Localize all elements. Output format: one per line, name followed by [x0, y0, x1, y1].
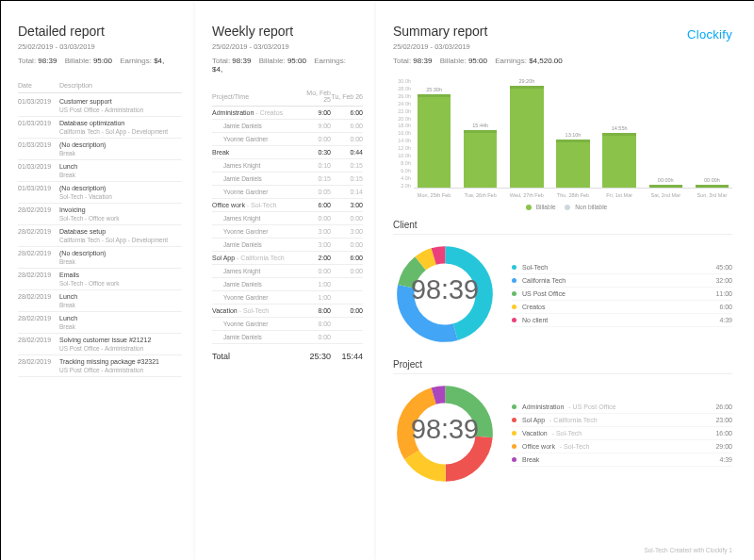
x-tick: Fri, 1st Mar: [599, 192, 640, 198]
weekly-person-name: Jamie Daniels: [212, 175, 299, 182]
detailed-row-primary: Emails: [59, 272, 182, 278]
client-title: Client: [393, 220, 732, 235]
legend-dot-icon: [512, 291, 516, 296]
detailed-head-date: Date: [18, 82, 59, 89]
detailed-row: 28/02/2019 Invoicing Sol-Tech - Office w…: [18, 204, 182, 225]
legend-dot-icon: [512, 265, 516, 270]
weekly-person-d2: 0:00: [331, 268, 363, 274]
weekly-person-d1: 3:00: [299, 241, 331, 248]
weekly-person-name: James Knight: [212, 268, 299, 274]
detailed-total-val: 98:39: [38, 57, 57, 65]
bar: [602, 133, 635, 188]
detailed-row-date: 01/03/2019: [18, 98, 59, 113]
weekly-totals: Total: 98:39 Billable: 95:00 Earnings: $…: [212, 57, 363, 74]
project-section: Project 98:39 Administration - US Post O…: [393, 359, 732, 486]
weekly-person-name: Yvonne Gardner: [212, 228, 299, 235]
weekly-group-name: Office work - Sol-Tech: [212, 202, 299, 208]
weekly-group-name: Break: [212, 149, 299, 156]
legend-dot-icon: [512, 318, 516, 322]
bar: [418, 94, 451, 187]
legend-item: Sol App - California Tech 23:00: [512, 414, 732, 427]
weekly-person-d1: 8:00: [299, 321, 331, 327]
weekly-total-lbl: Total:: [212, 57, 230, 65]
bar-value-label: 25:30h: [426, 87, 442, 92]
detailed-row-secondary: US Post Office - Administration: [59, 107, 182, 113]
weekly-person-d2: 0:00: [331, 241, 363, 248]
detailed-totals: Total: 98:39 Billable: 95:00 Earnings: $…: [18, 57, 182, 65]
weekly-person-d1: 0:15: [299, 175, 331, 182]
detailed-total-lbl: Total:: [18, 57, 36, 65]
detailed-row: 01/03/2019 Database optimization Califor…: [18, 117, 182, 139]
weekly-group-d1: 9:00: [299, 109, 331, 116]
summary-earnings-val: $4,520.00: [529, 57, 563, 65]
legend-billable: Billable: [536, 204, 556, 210]
weekly-person-name: Yvonne Gardner: [212, 189, 299, 195]
detailed-row-date: 01/03/2019: [18, 163, 59, 178]
summary-total-val: 98:39: [413, 57, 432, 65]
y-tick: 14.0h: [393, 138, 411, 143]
x-tick: Mon, 25th Feb: [414, 192, 454, 198]
weekly-person-d1: 1:00: [299, 294, 331, 301]
client-section: Client 98:39 Sol-Tech 45:00 California T…: [393, 220, 732, 346]
weekly-person: Jamie Daniels3:000:00: [212, 239, 363, 252]
weekly-person: James Knight0:000:00: [212, 212, 363, 225]
detailed-row-secondary: California Tech - Sol App - Development: [59, 128, 182, 135]
detailed-row: 01/03/2019 (No description) Sol-Tech - V…: [18, 182, 182, 204]
weekly-group-d2: 6:00: [331, 109, 363, 116]
detailed-row-date: 28/02/2019: [18, 337, 59, 352]
detailed-row-date: 28/02/2019: [18, 293, 59, 308]
clockify-logo: Clockify: [687, 27, 732, 41]
legend-value: 32:00: [715, 277, 732, 284]
bar-chart: 2.0h4.0h6.0h8.0h10.0h12.0h14.0h16.0h18.0…: [393, 78, 732, 210]
weekly-person: Yvonne Gardner1:00: [212, 291, 363, 305]
detailed-row: 28/02/2019 (No description) Break: [18, 247, 182, 269]
weekly-person-name: Jamie Daniels: [212, 281, 299, 288]
detailed-row: 28/02/2019 Emails Sol-Tech - Office work: [18, 269, 182, 290]
detailed-row: 28/02/2019 Tracking missing package #323…: [18, 355, 182, 377]
detailed-title: Detailed report: [18, 24, 182, 39]
detailed-row-primary: Lunch: [59, 315, 182, 321]
legend-dot-icon: [512, 404, 516, 409]
x-tick: Sat, 2nd Mar: [646, 192, 686, 198]
weekly-person-d1: 3:00: [299, 228, 331, 235]
detailed-row-secondary: Sol-Tech - Vacation: [59, 193, 182, 200]
nonbillable-dot-icon: [565, 205, 570, 210]
weekly-group-d1: 2:00: [299, 255, 331, 261]
weekly-group: Office work - Sol-Tech6:003:00: [212, 199, 363, 212]
y-tick: 30.0h: [393, 78, 411, 84]
billable-dot-icon: [526, 205, 532, 210]
weekly-person-name: Jamie Daniels: [212, 334, 299, 340]
summary-totals: Total: 98:39 Billable: 95:00 Earnings: $…: [393, 57, 732, 65]
legend-dot-icon: [512, 278, 516, 283]
bar: [556, 140, 589, 188]
project-donut-chart: 98:39: [393, 382, 497, 486]
weekly-person: Jamie Daniels9:006:00: [212, 120, 363, 133]
x-tick: Wed, 27th Feb: [506, 192, 547, 198]
detailed-row-secondary: Break: [59, 172, 182, 178]
legend-dot-icon: [512, 431, 516, 436]
weekly-person-d2: 0:15: [331, 175, 363, 182]
detailed-row-secondary: Break: [59, 150, 182, 156]
bar: [510, 86, 543, 188]
y-tick: 22.0h: [393, 108, 411, 114]
weekly-billable-val: 95:00: [287, 57, 306, 65]
detailed-row-date: 28/02/2019: [18, 315, 59, 330]
summary-billable-lbl: Billable:: [440, 57, 467, 65]
detailed-row-primary: Customer support: [59, 98, 182, 105]
bar-value-label: 00:00h: [658, 177, 674, 183]
donut-center: 98:39: [411, 274, 479, 305]
weekly-total-val: 98:39: [232, 57, 251, 65]
weekly-head-d1: Mo, Feb 25: [299, 90, 331, 103]
summary-daterange: 25/02/2019 - 03/03/2019: [393, 42, 732, 51]
detailed-row-secondary: Break: [59, 258, 182, 265]
legend-name: Vacation - Sol-Tech: [522, 430, 715, 436]
detailed-billable-lbl: Billable:: [65, 57, 91, 65]
detailed-row-secondary: US Post Office - Administration: [59, 367, 182, 373]
weekly-person-name: Yvonne Gardner: [212, 136, 299, 142]
weekly-person: James Knight0:000:00: [212, 265, 363, 278]
detailed-row-primary: (No description): [59, 141, 182, 148]
detailed-row-primary: Database optimization: [59, 120, 182, 126]
y-tick: 18.0h: [393, 123, 411, 128]
weekly-total-d2: 15:44: [331, 352, 363, 361]
legend-value: 6:00: [719, 304, 732, 310]
